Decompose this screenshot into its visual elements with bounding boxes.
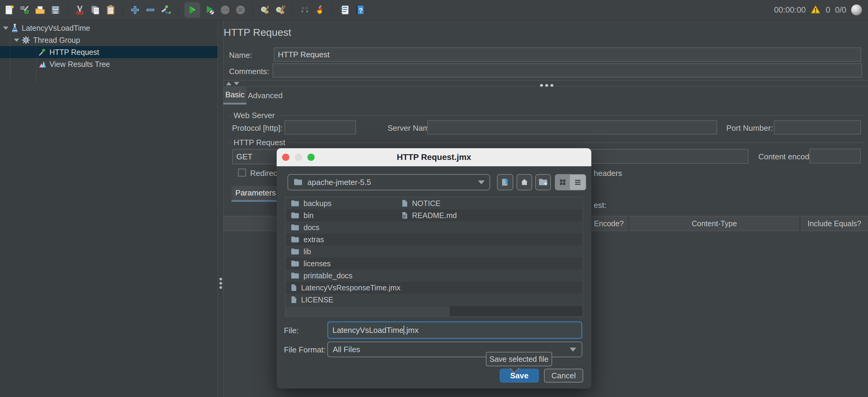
tree-item-label: Thread Group — [33, 36, 80, 44]
file-list-item[interactable]: NOTICE — [402, 197, 440, 209]
home-button[interactable] — [517, 174, 532, 190]
splitter-grip-dot — [219, 282, 222, 285]
file-list-item[interactable]: README.md — [402, 209, 457, 221]
splitter-hairline — [223, 87, 868, 87]
file-icon — [291, 296, 297, 304]
horizontal-scrollbar[interactable] — [285, 306, 583, 316]
editor-title: HTTP Request — [224, 27, 291, 38]
location-combobox[interactable]: apache-jmeter-5.5 — [287, 174, 490, 190]
templates-icon[interactable] — [19, 4, 30, 16]
thread-group-gear-icon — [22, 36, 30, 44]
file-list-item[interactable]: docs — [291, 221, 319, 233]
splitter-grip-dot — [219, 286, 222, 289]
new-folder-button[interactable] — [535, 174, 551, 190]
new-file-icon[interactable] — [4, 4, 15, 16]
file-list-item[interactable]: LatencyVsResponseTime.jmx — [291, 282, 401, 294]
up-folder-button[interactable] — [497, 174, 513, 190]
expand-all-icon[interactable] — [129, 4, 141, 16]
open-file-icon[interactable] — [34, 4, 46, 16]
splitter-grip-dot — [219, 278, 222, 280]
splitter-hairline — [223, 80, 868, 80]
save-tooltip: Save selected file — [486, 352, 552, 366]
file-list-item[interactable]: licenses — [291, 258, 331, 270]
http-request-group-label: HTTP Request — [234, 138, 285, 147]
column-header-encode[interactable]: Encode? — [590, 216, 628, 231]
redirect-checkbox[interactable] — [238, 169, 246, 176]
file-list-item[interactable]: printable_docs — [291, 270, 352, 282]
file-list-item[interactable]: backups — [291, 197, 332, 209]
minimize-traffic-light[interactable] — [295, 154, 302, 161]
tree-item-latencyvsloadtime[interactable]: LatencyVsLoadTime — [0, 22, 218, 34]
shutdown-icon[interactable] — [235, 4, 246, 16]
toolbar-separator — [67, 4, 68, 16]
splitter-grip[interactable]: ●●● — [539, 81, 555, 89]
file-list-item[interactable]: extras — [291, 233, 324, 245]
elapsed-timer: 00:00:00 — [774, 5, 806, 15]
toolbar-separator — [123, 4, 123, 16]
protocol-input[interactable] — [284, 121, 356, 134]
tree-item-label: View Results Tree — [50, 60, 110, 69]
toggle-icon[interactable] — [160, 4, 172, 16]
tree-guide-line — [36, 46, 36, 84]
toolbar-status: 00:00:00 0 0/0 — [774, 4, 868, 15]
file-row: LatencyVsResponseTime.jmx — [285, 282, 582, 294]
server-input[interactable] — [427, 121, 717, 134]
up-folder-icon — [501, 178, 510, 187]
panel-splitter[interactable] — [218, 20, 223, 397]
group-border — [275, 115, 864, 116]
send-parameters-label-fragment: est: — [594, 201, 607, 210]
expander-icon[interactable] — [14, 39, 19, 42]
dialog-titlebar[interactable] — [277, 148, 591, 166]
filename-input[interactable]: LatencyVsLoadTime.jmx — [327, 321, 582, 339]
results-chart-icon — [38, 60, 46, 68]
expander-icon[interactable] — [3, 27, 8, 30]
group-border — [228, 115, 232, 116]
clear-icon[interactable] — [259, 4, 271, 16]
file-list-item[interactable]: lib — [291, 245, 311, 258]
cut-icon[interactable] — [74, 4, 86, 16]
start-no-pauses-icon[interactable] — [204, 4, 216, 16]
tree-item-label: LatencyVsLoadTime — [22, 24, 90, 33]
cancel-button[interactable]: Cancel — [544, 369, 583, 383]
file-icon — [291, 284, 297, 292]
help-icon[interactable]: ? — [354, 4, 366, 16]
comments-input[interactable] — [273, 64, 862, 77]
paste-icon[interactable] — [105, 4, 116, 16]
grid-view-button[interactable] — [555, 175, 570, 190]
clear-all-icon[interactable] — [275, 4, 286, 16]
close-traffic-light[interactable] — [282, 154, 289, 161]
search-reset-icon[interactable] — [314, 4, 326, 16]
collapse-all-icon[interactable] — [145, 4, 156, 16]
tree-item-http-request[interactable]: HTTP Request — [0, 46, 218, 58]
port-input[interactable] — [774, 121, 861, 134]
list-view-button[interactable] — [570, 175, 586, 190]
zoom-traffic-light[interactable] — [307, 154, 315, 161]
splitter-up-arrow[interactable] — [226, 82, 231, 85]
tree-item-view-results-tree[interactable]: View Results Tree — [0, 58, 218, 70]
splitter-down-arrow[interactable] — [234, 82, 239, 85]
column-header-content-type[interactable]: Content-Type — [629, 216, 799, 231]
name-input[interactable]: HTTP Request — [274, 47, 861, 61]
tab-parameters[interactable]: Parameters — [231, 186, 280, 202]
copy-icon[interactable] — [90, 4, 101, 16]
test-plan-flask-icon — [11, 24, 19, 33]
function-helper-icon[interactable] — [339, 4, 350, 16]
file-list-item[interactable]: LICENSE — [291, 294, 333, 306]
content-encoding-input[interactable] — [809, 149, 861, 163]
tree-item-thread-group[interactable]: Thread Group — [0, 34, 218, 46]
search-icon[interactable] — [299, 4, 310, 16]
save-icon[interactable] — [50, 4, 61, 16]
stop-icon[interactable]: STOP — [219, 4, 231, 16]
tab-basic[interactable]: Basic — [223, 87, 247, 104]
column-header-include-equals[interactable]: Include Equals? — [801, 216, 868, 231]
start-icon[interactable] — [184, 2, 200, 18]
folder-icon — [291, 272, 299, 279]
scrollbar-thumb[interactable] — [285, 306, 450, 316]
save-button[interactable]: Save — [500, 369, 539, 383]
warning-icon[interactable] — [810, 5, 821, 15]
file-list-item[interactable]: bin — [291, 209, 313, 221]
folder-icon — [291, 212, 299, 219]
tab-advanced[interactable]: Advanced — [247, 87, 283, 104]
http-sampler-icon — [38, 48, 46, 56]
folder-icon — [291, 224, 299, 231]
